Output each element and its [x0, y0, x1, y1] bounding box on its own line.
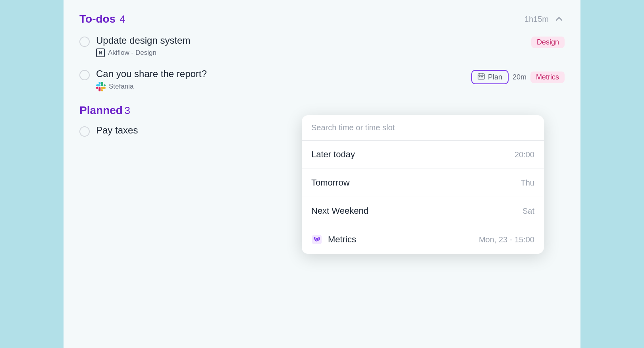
dropdown-item-label: Metrics: [311, 234, 356, 245]
plan-button[interactable]: Plan: [471, 70, 509, 84]
todos-duration: 1h15m: [524, 15, 549, 24]
svg-rect-7: [482, 76, 483, 77]
planned-title: Planned: [79, 104, 123, 116]
dropdown-item-label: Later today: [311, 149, 355, 160]
calendar-icon: [478, 73, 485, 81]
svg-rect-0: [96, 82, 106, 91]
right-panel: [580, 0, 644, 348]
task-row: Update design system N Akiflow - Design …: [79, 35, 565, 57]
todos-count: 4: [120, 13, 125, 25]
task-checkbox[interactable]: [79, 126, 90, 137]
task-title: Update design system: [96, 35, 525, 46]
task-duration: 20m: [513, 73, 526, 81]
task-checkbox[interactable]: [79, 70, 90, 80]
dropdown-item-metrics[interactable]: Metrics Mon, 23 - 15:00: [302, 225, 544, 254]
notion-icon: N: [96, 48, 105, 57]
design-tag[interactable]: Design: [531, 37, 565, 48]
task-tags: Plan 20m Metrics: [471, 70, 565, 84]
content-panel: To-dos 4 1h15m Update design system N Ak…: [64, 0, 580, 348]
dropdown-item-next-weekend[interactable]: Next Weekend Sat: [302, 197, 544, 225]
task-source: N Akiflow - Design: [96, 48, 525, 57]
task-content: Update design system N Akiflow - Design: [96, 35, 525, 57]
dropdown-item-later-today[interactable]: Later today 20:00: [302, 141, 544, 169]
layers-icon: [311, 234, 322, 245]
dropdown-item-tomorrow[interactable]: Tomorrow Thu: [302, 169, 544, 197]
dropdown-item-value: 20:00: [515, 150, 534, 159]
dropdown-item-value: Sat: [523, 207, 534, 216]
dropdown-item-label: Next Weekend: [311, 206, 368, 216]
task-title: Can you share the report?: [96, 68, 465, 79]
time-search-input[interactable]: [311, 123, 534, 132]
task-tags: Design: [531, 37, 565, 48]
dropdown-search-area: [302, 115, 544, 141]
left-sidebar: [0, 0, 64, 348]
task-source: Stefania: [96, 82, 465, 91]
task-source-text: Stefania: [109, 83, 133, 91]
task-row: Can you share the report? Stefania: [79, 68, 565, 91]
svg-rect-5: [479, 76, 480, 77]
todos-section-header: To-dos 4 1h15m: [79, 13, 565, 25]
slack-icon: [96, 82, 106, 91]
dropdown-item-value: Thu: [521, 178, 534, 188]
task-content: Can you share the report? Stefania: [96, 68, 465, 91]
collapse-button[interactable]: [553, 14, 565, 25]
time-slot-dropdown: Later today 20:00 Tomorrow Thu Next Week…: [302, 115, 544, 254]
plan-label: Plan: [488, 73, 502, 81]
svg-rect-6: [481, 76, 482, 77]
planned-count: 3: [124, 104, 130, 116]
task-checkbox[interactable]: [79, 37, 90, 47]
todos-title: To-dos: [79, 13, 116, 25]
todos-title-group: To-dos 4: [79, 13, 125, 25]
task-source-text: Akiflow - Design: [108, 49, 156, 57]
dropdown-item-value: Mon, 23 - 15:00: [479, 235, 534, 244]
todos-meta: 1h15m: [524, 14, 565, 25]
dropdown-item-label: Tomorrow: [311, 178, 350, 188]
metrics-tag[interactable]: Metrics: [530, 72, 565, 83]
